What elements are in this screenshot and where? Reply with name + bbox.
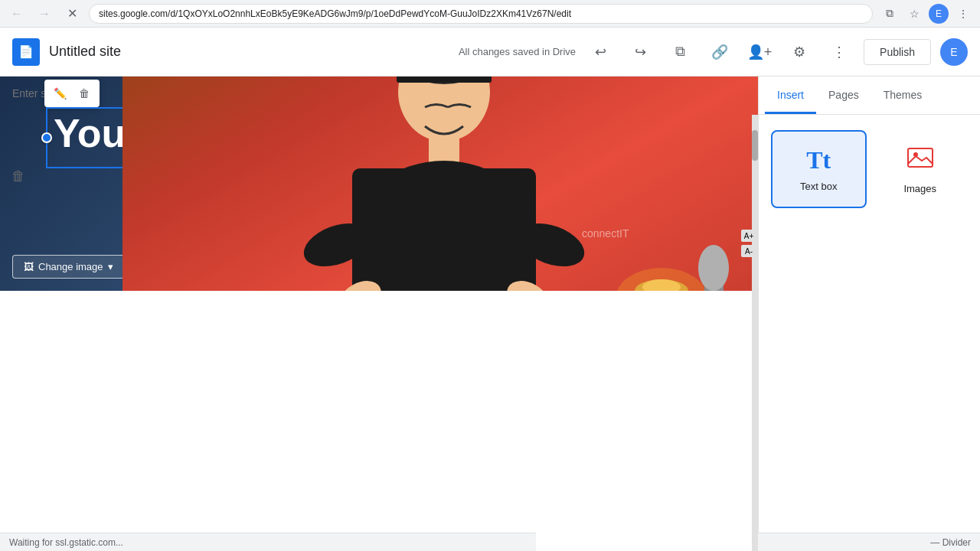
address-bar[interactable]: sites.google.com/d/1QxOYxLoO2nnhLxEoBk5y… (89, 4, 873, 24)
panel-tabs: Insert Pages Themes (759, 77, 980, 115)
extensions-button[interactable]: ⧉ (879, 3, 900, 24)
tab-themes[interactable]: Themes (871, 77, 935, 114)
main-layout: 🗑 ✏️ 🗑 (0, 77, 980, 551)
svg-rect-5 (397, 77, 492, 83)
scrollbar-thumb[interactable] (752, 130, 758, 161)
text-box-icon: Tt (806, 146, 831, 174)
dropdown-icon: ▾ (108, 261, 113, 272)
right-panel: Insert Pages Themes Tt Text box (758, 77, 980, 551)
publish-button[interactable]: Publish (864, 39, 931, 65)
delete-section-icon[interactable]: 🗑 (6, 164, 31, 188)
app-title: Untitled site (49, 44, 121, 60)
redo-button[interactable]: ↪ (625, 37, 655, 67)
zoom-controls: A+ A- (741, 230, 756, 257)
user-avatar[interactable]: E (940, 38, 968, 66)
divider-label: — Divider (930, 537, 971, 548)
site-canvas: 🗑 ✏️ 🗑 (0, 77, 758, 551)
menu-button[interactable]: ⋮ (952, 3, 974, 24)
profile-avatar: E (929, 4, 949, 24)
delete-text-button[interactable]: 🗑 (74, 83, 95, 104)
tab-insert[interactable]: Insert (765, 77, 816, 114)
text-box-floating-toolbar: ✏️ 🗑 (44, 80, 100, 107)
insert-item-images[interactable]: Images (873, 130, 969, 208)
svg-rect-8 (352, 168, 536, 291)
drag-handle[interactable] (41, 132, 52, 143)
panel-content: Tt Text box Images (759, 115, 980, 223)
app-toolbar: 📄 Untitled site All changes saved in Dri… (0, 28, 980, 77)
browser-actions: ⧉ ☆ E ⋮ (879, 3, 974, 24)
tab-pages[interactable]: Pages (816, 77, 871, 114)
zoom-out[interactable]: A- (741, 245, 756, 257)
edit-text-button[interactable]: ✏️ (49, 83, 70, 104)
insert-item-text-box[interactable]: Tt Text box (771, 130, 867, 208)
zoom-in[interactable]: A+ (741, 230, 756, 242)
text-box-label: Text box (800, 181, 837, 192)
scrollbar-track (752, 115, 758, 551)
svg-text:connectIT: connectIT (582, 227, 629, 240)
site-header[interactable]: 🗑 ✏️ 🗑 (0, 77, 758, 291)
browser-bar: ← → ✕ sites.google.com/d/1QxOYxLoO2nnhLx… (0, 0, 980, 28)
image-icon: 🖼 (24, 261, 34, 272)
preview-button[interactable]: ⧉ (665, 37, 695, 67)
content-area (0, 291, 758, 551)
divider-indicator: — Divider (758, 533, 980, 551)
settings-button[interactable]: ⚙ (784, 37, 815, 67)
images-label: Images (903, 183, 936, 194)
images-icon (906, 144, 934, 177)
save-status: All changes saved in Drive (459, 46, 576, 57)
canvas-area: 🗑 ✏️ 🗑 (0, 77, 758, 551)
more-button[interactable]: ⋮ (824, 37, 854, 67)
change-image-button[interactable]: 🖼 Change image ▾ (12, 255, 125, 279)
profile-button[interactable]: E (928, 3, 949, 24)
back-button[interactable]: ← (6, 3, 28, 24)
loading-status: Waiting for ssl.gstatic.com... (9, 537, 123, 548)
insert-grid: Tt Text box Images (771, 130, 968, 208)
status-bar: Waiting for ssl.gstatic.com... (0, 533, 536, 551)
refresh-button[interactable]: ✕ (61, 3, 83, 24)
app-logo: 📄 (12, 38, 40, 66)
link-button[interactable]: 🔗 (704, 37, 735, 67)
url-text: sites.google.com/d/1QxOYxLoO2nnhLxEoBk5y… (99, 8, 571, 19)
svg-rect-21 (908, 148, 933, 167)
undo-button[interactable]: ↩ (585, 37, 616, 67)
forward-button[interactable]: → (34, 3, 55, 24)
svg-point-18 (698, 245, 729, 291)
bookmark-button[interactable]: ☆ (903, 3, 925, 24)
video-overlay: connectIT (122, 77, 758, 291)
video-content: connectIT (122, 77, 758, 291)
add-user-button[interactable]: 👤+ (744, 37, 775, 67)
person-illustration: connectIT (122, 77, 758, 291)
